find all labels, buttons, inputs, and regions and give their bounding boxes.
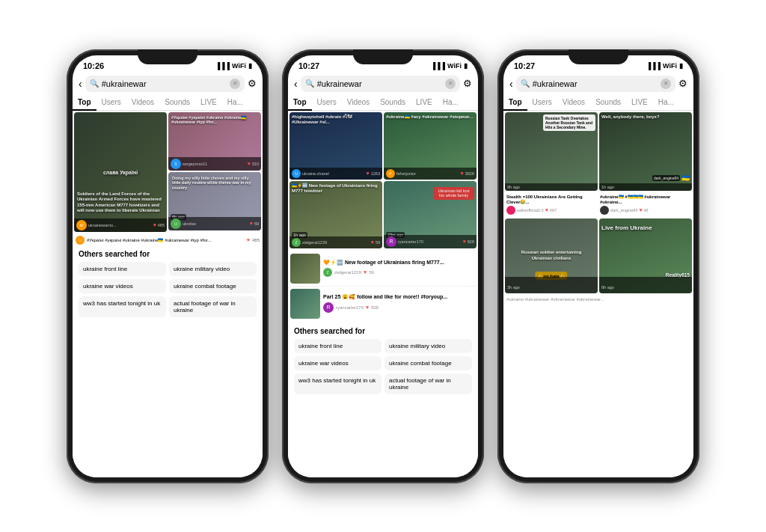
tab-top-3[interactable]: Top <box>503 94 527 110</box>
filter-icon-1[interactable]: ⚙ <box>248 78 257 89</box>
others-item-0[interactable]: ukraine front line <box>79 262 166 276</box>
back-button-3[interactable]: ‹ <box>509 78 513 90</box>
others-item-1[interactable]: ukraine military video <box>169 262 257 276</box>
p3-caption-2: #ukraine🇺🇦 #🇺🇦🇺🇦🇺🇦 #ukrainewar #ukraine.… <box>600 195 690 215</box>
p2-bottom-rows: 🧡⚡🆕 New footage of Ukrainians firing M77… <box>288 250 478 322</box>
video-card-3[interactable]: Doing my silly little chores and my sill… <box>168 172 261 230</box>
slava-overlay: слава Україні <box>103 169 138 174</box>
p3-cap1-avatar <box>506 206 515 215</box>
tab-sounds-1[interactable]: Sounds <box>159 94 195 110</box>
tab-top-2[interactable]: Top <box>288 94 312 110</box>
bottom-caption-text: #Україні #україні #ukraine #ukraine🇺🇦 #u… <box>87 237 245 242</box>
p2-likes-2: 3028 <box>465 171 474 176</box>
tab-more-1[interactable]: Ha... <box>222 94 248 110</box>
tab-more-3[interactable]: Ha... <box>653 94 679 110</box>
wifi-icon-3: WiFi <box>663 62 677 70</box>
p2-username-3: zielgerat1229 <box>302 240 370 245</box>
tab-videos-1[interactable]: Videos <box>126 94 159 110</box>
filter-icon-3[interactable]: ⚙ <box>678 78 687 89</box>
p2-row1-avatar: Z <box>323 268 332 277</box>
tab-live-2[interactable]: LIVE <box>411 94 438 110</box>
scroll-3[interactable]: Russian Tank Overtakes Another Russian T… <box>503 111 693 477</box>
tab-sounds-3[interactable]: Sounds <box>590 94 626 110</box>
tab-videos-2[interactable]: Videos <box>342 94 375 110</box>
wifi-icon-2: WiFi <box>447 62 462 70</box>
tab-sounds-2[interactable]: Sounds <box>375 94 411 110</box>
p2-heart-4: ♥ <box>463 239 466 244</box>
username-3: ukrdrac <box>183 221 248 226</box>
scroll-2[interactable]: #highwaytohell #ukrain #ไร้ส่ #Ukrainewa… <box>288 111 478 477</box>
video-card-p2-2[interactable]: #ukraine🇺🇦 #acy #ukrainewar #stopwar... … <box>384 112 477 180</box>
back-button-2[interactable]: ‹ <box>294 78 298 90</box>
tab-users-2[interactable]: Users <box>312 94 342 110</box>
tab-users-1[interactable]: Users <box>96 94 126 110</box>
search-clear-3[interactable]: ✕ <box>661 79 671 89</box>
video-card-2[interactable]: #Україні #україні #ukraine #ukraine🇺🇦 #u… <box>168 112 261 171</box>
p2-others-0[interactable]: ukraine front line <box>294 339 382 353</box>
p2-bottom-row-1[interactable]: 🧡⚡🆕 New footage of Ukrainians firing M77… <box>290 251 476 287</box>
p2-row1-heart: ♥ <box>364 269 367 275</box>
video-card-tall-1[interactable]: слава Україні Soldiers of the Land Force… <box>74 112 167 232</box>
p3-card-1[interactable]: Russian Tank Overtakes Another Russian T… <box>505 112 598 191</box>
p2-row2-heart: ♥ <box>366 305 369 310</box>
p2-others-3[interactable]: ukraine combat footage <box>384 356 472 370</box>
video-card-p2-4[interactable]: Ukrainian kid lost his whole family 23m … <box>384 181 477 248</box>
p3-card4-text: Live from Ukraine <box>601 224 690 231</box>
p2-username-2: feherjunior <box>396 171 459 176</box>
back-button-1[interactable]: ‹ <box>79 78 82 90</box>
p2-others-4[interactable]: ww3 has started tonight in uk <box>294 373 382 394</box>
tab-live-1[interactable]: LIVE <box>195 94 222 110</box>
scroll-1[interactable]: слава Україні Soldiers of the Land Force… <box>73 111 263 477</box>
signal-icon-3: ▐▐▐ <box>646 62 661 70</box>
tab-videos-3[interactable]: Videos <box>557 94 590 110</box>
p2-row2-user: ryancarter170 <box>336 305 364 310</box>
filter-icon-2[interactable]: ⚙ <box>463 78 472 89</box>
p3-card-2[interactable]: Well, anybody there, boys? dark_engine84… <box>599 112 692 191</box>
p3-card1-overlay-text: Russian Tank Overtakes Another Russian T… <box>545 116 593 129</box>
p2-avatar-3: Z <box>292 238 301 247</box>
p2-others-2[interactable]: ukraine war videos <box>294 356 382 370</box>
signal-icon: ▐▐▐ <box>215 62 230 70</box>
tabs-1: Top Users Videos Sounds LIVE Ha... <box>73 94 263 111</box>
tab-live-3[interactable]: LIVE <box>626 94 653 110</box>
p3-top-grid: Russian Tank Overtakes Another Russian T… <box>503 111 693 192</box>
p2-others-5[interactable]: actual footage of war in ukraine <box>384 373 472 394</box>
tab-more-2[interactable]: Ha... <box>438 94 464 110</box>
time-3: 10:27 <box>514 61 535 70</box>
battery-icon: ▮ <box>248 62 252 70</box>
others-item-4[interactable]: ww3 has started tonight in uk <box>79 296 166 317</box>
others-title-2: Others searched for <box>294 327 472 335</box>
status-icons-1: ▐▐▐ WiFi ▮ <box>215 62 252 70</box>
tab-users-3[interactable]: Users <box>527 94 557 110</box>
p3-cap1-text: Stealth =100 Ukrainians Are Getting Clev… <box>506 195 597 205</box>
tab-top-1[interactable]: Top <box>73 94 96 110</box>
heart-icon-3: ♥ <box>250 221 253 226</box>
others-item-5[interactable]: actual footage of war in ukraine <box>169 296 257 317</box>
heart-icon-1: ♥ <box>153 222 156 227</box>
search-input-wrap-2[interactable]: 🔍 #ukrainewar ✕ <box>301 76 460 92</box>
p2-avatar-1: U <box>292 169 301 178</box>
avatar-1: W <box>76 220 87 230</box>
p2-row2-likes: 826 <box>371 305 379 310</box>
p3-card-3[interactable]: Russian soldier entertaining Ukrainian c… <box>505 218 598 293</box>
status-icons-3: ▐▐▐ WiFi ▮ <box>646 62 683 70</box>
phone-2: 10:27 ▐▐▐ WiFi ▮ ‹ 🔍 #ukrainewar ✕ ⚙ Top… <box>282 49 484 483</box>
video-card-p2-3[interactable]: 🇺🇦⚡🆕 New footage of Ukrainians firing M7… <box>289 181 382 248</box>
search-input-wrap-3[interactable]: 🔍 #ukrainewar ✕ <box>516 76 675 92</box>
others-section-1: Others searched for ukraine front line u… <box>73 245 263 320</box>
p3-time-4: 8h ago <box>601 285 614 290</box>
search-clear-2[interactable]: ✕ <box>445 79 456 89</box>
p2-others-1[interactable]: ukraine military video <box>384 339 472 353</box>
search-input-wrap-1[interactable]: 🔍 #ukrainewar ✕ <box>85 76 245 92</box>
others-item-2[interactable]: ukraine war videos <box>79 279 166 293</box>
p3-cap2-heart: ♥ <box>639 207 642 213</box>
likes-2: 310 <box>252 162 259 166</box>
p3-card-4[interactable]: Live from Ukraine Reality615 8h ago <box>599 218 692 293</box>
video-card-p2-1[interactable]: #highwaytohell #ukrain #ไร้ส่ #Ukrainewa… <box>289 112 382 180</box>
p2-bottom-row-2[interactable]: Part 25 😮🥰 follow and like for more!! #f… <box>290 287 476 321</box>
status-icons-2: ▐▐▐ WiFi ▮ <box>431 62 468 70</box>
search-clear-1[interactable]: ✕ <box>230 79 240 89</box>
others-item-3[interactable]: ukraine combat footage <box>169 279 257 293</box>
p3-card2-text: Well, anybody there, boys? <box>601 114 690 120</box>
p3-ukraine-flag: 🇺🇦 <box>681 174 690 182</box>
